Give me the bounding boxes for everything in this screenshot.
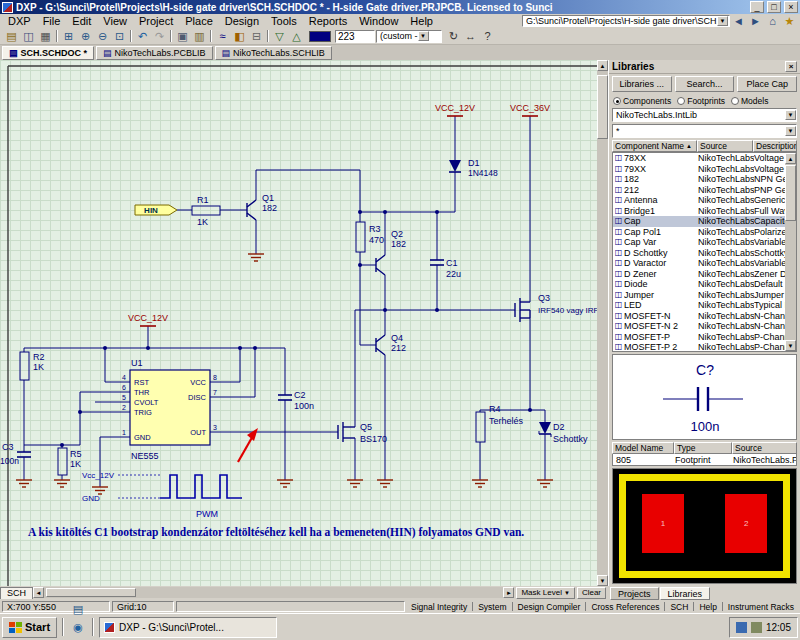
- start-button[interactable]: Start: [2, 617, 57, 638]
- zoom-value-field[interactable]: [335, 30, 375, 43]
- menu-place[interactable]: Place: [179, 15, 219, 27]
- library-row-mosfet-n-2[interactable]: ◫MOSFET-N 2NikoTechLabs.SN-Channel Pow: [613, 321, 785, 332]
- d1-value[interactable]: 1N4148: [468, 168, 498, 178]
- tray-volume-icon[interactable]: [751, 622, 762, 633]
- tray-display-icon[interactable]: [736, 622, 747, 633]
- panel-close-icon[interactable]: ×: [785, 61, 797, 72]
- zoom-in-icon[interactable]: ⊕: [77, 29, 94, 44]
- c3-designator[interactable]: C3: [2, 442, 14, 452]
- editor-vertical-scrollbar[interactable]: ▲ ▼: [597, 60, 608, 586]
- filter-icon[interactable]: ▽: [271, 29, 288, 44]
- clear-button[interactable]: Clear: [577, 587, 606, 599]
- quick-launch-mail-icon[interactable]: ✉: [69, 636, 87, 640]
- radio-models[interactable]: Models: [731, 96, 768, 106]
- schematic-note[interactable]: A kis kitöltés C1 bootstrap kondenzátor …: [28, 526, 524, 539]
- horizontal-scroll-thumb[interactable]: [46, 588, 136, 597]
- r5-value[interactable]: 1K: [70, 459, 81, 469]
- library-row-antenna[interactable]: ◫AntennaNikoTechLabs.SGeneric Antenn: [613, 195, 785, 206]
- maximize-button[interactable]: □: [767, 1, 781, 13]
- capacitor-c1[interactable]: C1 22u: [430, 258, 461, 279]
- r4-designator[interactable]: R4: [489, 404, 501, 414]
- place-part-icon[interactable]: ◧: [231, 29, 248, 44]
- library-row-d-schottky[interactable]: ◫D SchottkyNikoTechLabs.SSchottky Diode: [613, 248, 785, 259]
- quick-launch-browser-icon[interactable]: ◉: [69, 618, 87, 636]
- q1-designator[interactable]: Q1: [262, 193, 274, 203]
- menu-project[interactable]: Project: [133, 15, 179, 27]
- back-icon[interactable]: ◄: [730, 13, 747, 28]
- q3-value[interactable]: IRF540 vagy IRF1405: [538, 306, 597, 315]
- scroll-right-icon[interactable]: ►: [503, 587, 514, 598]
- resistor-r5[interactable]: R5 1K: [58, 448, 82, 475]
- menu-tools[interactable]: Tools: [265, 15, 303, 27]
- library-row-78xx[interactable]: ◫78XXNikoTechLabs.SVoltage Regulat: [613, 153, 785, 164]
- q2-value[interactable]: 182: [391, 239, 406, 249]
- chevron-down-icon[interactable]: ▼: [785, 126, 796, 136]
- redo-icon[interactable]: ↷: [151, 29, 168, 44]
- panel-button-system[interactable]: System: [474, 602, 510, 612]
- chevron-down-icon[interactable]: ▼: [785, 110, 796, 120]
- panel-button-help[interactable]: Help: [695, 602, 720, 612]
- menu-view[interactable]: View: [97, 15, 133, 27]
- scroll-down-icon[interactable]: ▼: [785, 340, 796, 351]
- r4-value[interactable]: Terhelés: [489, 416, 524, 426]
- chevron-down-icon[interactable]: ▼: [418, 31, 429, 41]
- library-row-mosfet-p[interactable]: ◫MOSFET-PNikoTechLabs.SP-Channel MOS: [613, 332, 785, 343]
- column-model-name[interactable]: Model Name: [612, 442, 674, 454]
- menu-help[interactable]: Help: [404, 15, 439, 27]
- r1-value[interactable]: 1K: [197, 217, 208, 227]
- library-row-bridge1[interactable]: ◫Bridge1NikoTechLabs.SFull Wave Diod: [613, 206, 785, 217]
- editor-horizontal-scrollbar[interactable]: ◄ ►: [33, 587, 514, 598]
- panel-button-cross-references[interactable]: Cross References: [587, 602, 663, 612]
- r1-designator[interactable]: R1: [197, 195, 209, 205]
- list-scroll-thumb[interactable]: [785, 165, 796, 221]
- undo-icon[interactable]: ↶: [134, 29, 151, 44]
- transistor-q1[interactable]: Q1 182: [247, 193, 277, 220]
- component-filter-field[interactable]: * ▼: [612, 124, 797, 138]
- tab-projects[interactable]: Projects: [610, 587, 659, 600]
- open-document-icon[interactable]: ▤: [3, 29, 20, 44]
- close-button[interactable]: ×: [784, 1, 798, 13]
- mask-icon[interactable]: △: [288, 29, 305, 44]
- resistor-r2[interactable]: R2 1K: [20, 352, 45, 380]
- library-row-cap-var[interactable]: ◫Cap VarNikoTechLabs.SVariable or Adju: [613, 237, 785, 248]
- minimize-button[interactable]: _: [750, 1, 764, 13]
- library-row-79xx[interactable]: ◫79XXNikoTechLabs.SVoltage Regulat: [613, 164, 785, 175]
- component-list-scrollbar[interactable]: ▲ ▼: [785, 153, 796, 351]
- zoom-fit-icon[interactable]: ⊡: [111, 29, 128, 44]
- column-description[interactable]: Description: [753, 140, 797, 152]
- q4-value[interactable]: 212: [391, 343, 406, 353]
- paste-icon[interactable]: ▥: [191, 29, 208, 44]
- sheet-tab-sch[interactable]: SCH: [0, 587, 33, 599]
- column-component-name[interactable]: Component Name▲: [612, 140, 697, 152]
- ic-u1-ne555[interactable]: U1 NE555 RST THR CVOLT TRIG GND VCC DISC…: [118, 358, 222, 461]
- print-icon[interactable]: ▦: [37, 29, 54, 44]
- c2-designator[interactable]: C2: [294, 390, 306, 400]
- schematic-canvas[interactable]: VCC_12V VCC_36V VCC_12V HIN R1 1K Q1 182…: [0, 60, 597, 586]
- doc-tab-sch-schdoc[interactable]: ▤SCH.SCHDOC *: [2, 46, 94, 60]
- quick-launch-desktop-icon[interactable]: ▤: [69, 600, 87, 618]
- resistor-r1[interactable]: R1 1K: [192, 195, 220, 227]
- zoom-out-icon[interactable]: ⊖: [94, 29, 111, 44]
- task-button-dxp[interactable]: DXP - G:\Sunci\Protel...: [99, 617, 277, 638]
- library-row-d-zener[interactable]: ◫D ZenerNikoTechLabs.SZener Diode: [613, 269, 785, 280]
- grid-preset-combo[interactable]: (custom - ▼: [376, 30, 442, 43]
- port-hin[interactable]: HIN: [135, 205, 177, 215]
- scroll-up-icon[interactable]: ▲: [785, 153, 796, 164]
- library-row-cap[interactable]: ◫CapNikoTechLabs.SCapacitor: [613, 216, 785, 227]
- panel-button-signal-integrity[interactable]: Signal Integrity: [407, 602, 471, 612]
- menu-edit[interactable]: Edit: [66, 15, 97, 27]
- d2-value[interactable]: Schottky: [553, 434, 588, 444]
- tab-libraries[interactable]: Libraries: [660, 587, 711, 600]
- column-source[interactable]: Source: [697, 140, 753, 152]
- scroll-left-icon[interactable]: ◄: [33, 587, 44, 598]
- search-button[interactable]: Search...: [675, 76, 735, 92]
- favorites-icon[interactable]: ★: [781, 14, 798, 29]
- library-select-combo[interactable]: NikoTechLabs.IntLib ▼: [612, 108, 797, 122]
- q2-designator[interactable]: Q2: [391, 229, 403, 239]
- q5-value[interactable]: BS170: [360, 434, 387, 444]
- library-row-d-varactor[interactable]: ◫D VaractorNikoTechLabs.SVariable Capaci: [613, 258, 785, 269]
- scroll-up-icon[interactable]: ▲: [597, 60, 608, 71]
- r2-value[interactable]: 1K: [33, 362, 44, 372]
- q1-value[interactable]: 182: [262, 203, 277, 213]
- rotate-icon[interactable]: ↻: [445, 29, 462, 44]
